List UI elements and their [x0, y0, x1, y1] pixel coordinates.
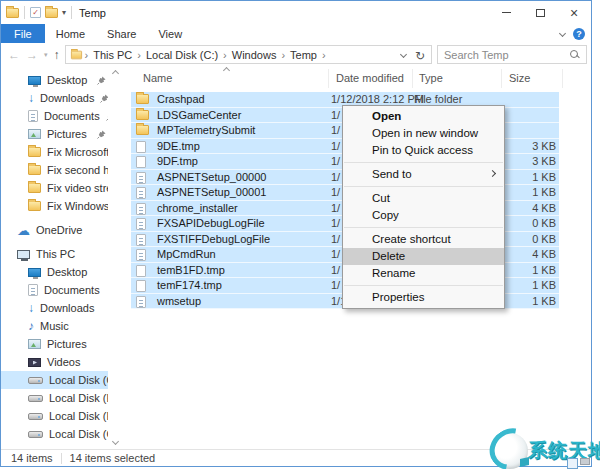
menu-item-send-to[interactable]: Send to — [343, 166, 504, 183]
menu-item-copy[interactable]: Copy — [343, 207, 504, 224]
sidebar-label: Videos — [47, 356, 80, 368]
divider — [71, 6, 72, 19]
sidebar-item-music[interactable]: Music — [1, 317, 108, 335]
file-name: wmsetup — [157, 295, 201, 307]
menu-item-delete[interactable]: Delete — [343, 248, 504, 265]
back-icon[interactable] — [8, 49, 20, 61]
sidebar-item-pictures[interactable]: Pictures — [1, 335, 108, 353]
breadcrumb-temp[interactable]: Temp — [287, 49, 320, 61]
search-input[interactable]: Search Temp — [437, 45, 587, 64]
address-folder-icon — [70, 50, 81, 59]
column-divider[interactable] — [328, 69, 329, 88]
file-name: ASPNETSetup_00000 — [157, 171, 266, 183]
chevron-right-icon — [135, 49, 143, 61]
sidebar-item-fix-microsoft[interactable]: Fix Microsoft Ho — [1, 143, 108, 161]
tab-home[interactable]: Home — [45, 24, 96, 43]
menu-item-open-in-new-window[interactable]: Open in new window — [343, 125, 504, 142]
expand-ribbon-icon[interactable] — [559, 30, 566, 37]
forward-icon[interactable] — [26, 49, 38, 61]
downloads-icon — [28, 302, 34, 314]
folder-icon — [136, 94, 149, 104]
sidebar-item-fix-second-hard[interactable]: Fix second hard — [1, 161, 108, 179]
column-divider[interactable] — [562, 69, 563, 88]
maximize-button[interactable] — [523, 1, 557, 24]
menu-item-open[interactable]: Open — [343, 108, 504, 125]
sidebar-item-downloads-pinned[interactable]: Downloads — [1, 89, 108, 107]
folder-icon — [28, 183, 41, 193]
menu-item-rename[interactable]: Rename — [343, 265, 504, 282]
sidebar-item-this-pc[interactable]: This PC — [1, 245, 108, 263]
column-header-name[interactable]: Name — [143, 72, 172, 84]
up-icon[interactable] — [54, 49, 60, 61]
sidebar-label: Fix second hard — [47, 164, 108, 176]
breadcrumb-local-disk-c[interactable]: Local Disk (C:) — [143, 49, 221, 61]
minimize-button[interactable] — [489, 1, 523, 24]
breadcrumb-windows[interactable]: Windows — [229, 49, 280, 61]
breadcrumb-this-pc[interactable]: This PC — [90, 49, 135, 61]
sidebar-item-desktop-pinned[interactable]: Desktop — [1, 71, 108, 89]
tab-view[interactable]: View — [147, 24, 193, 43]
properties-qat-icon[interactable] — [30, 7, 41, 18]
sidebar-label: Fix Microsoft Ho — [47, 146, 108, 158]
menu-item-properties[interactable]: Properties — [343, 289, 504, 306]
mini-app-icon — [567, 458, 578, 469]
sidebar-item-onedrive[interactable]: OneDrive — [1, 221, 108, 239]
items-count: 14 items — [1, 452, 53, 464]
folder-icon — [28, 201, 41, 211]
column-header-date-modified[interactable]: Date modified — [336, 72, 404, 84]
recent-locations-icon[interactable]: ▾ — [44, 51, 48, 59]
sidebar-item-local-disk-f[interactable]: Local Disk (F:) — [1, 407, 108, 425]
file-name: FXSAPIDebugLogFile — [157, 217, 265, 229]
column-divider[interactable] — [501, 69, 502, 88]
menu-item-create-shortcut[interactable]: Create shortcut — [343, 231, 504, 248]
menu-item-cut[interactable]: Cut — [343, 190, 504, 207]
tab-file[interactable]: File — [1, 24, 45, 43]
pictures-icon — [28, 339, 41, 349]
column-divider[interactable] — [412, 69, 413, 88]
chevron-right-icon — [320, 49, 328, 61]
sidebar-item-fix-video-stream[interactable]: Fix video stream — [1, 179, 108, 197]
new-folder-qat-icon[interactable] — [45, 8, 58, 18]
sidebar-label: Local Disk (E:) — [49, 392, 108, 404]
close-button[interactable] — [557, 1, 591, 24]
document-icon — [136, 187, 146, 199]
desktop-icon — [28, 268, 41, 277]
scroll-down-icon[interactable] — [111, 438, 118, 445]
sidebar-item-documents[interactable]: Documents — [1, 281, 108, 299]
sidebar-item-fix-windows-10[interactable]: Fix Windows 10 r — [1, 197, 108, 215]
menu-separator — [344, 285, 503, 286]
column-header-type[interactable]: Type — [419, 72, 443, 84]
file-name: ASPNETSetup_00001 — [157, 186, 266, 198]
breadcrumb: This PC Local Disk (C:) Windows Temp — [83, 49, 328, 61]
sidebar-item-pictures-pinned[interactable]: Pictures — [1, 125, 108, 143]
sidebar-label: Fix Windows 10 r — [47, 200, 108, 212]
document-icon — [136, 172, 146, 184]
file-date: 1/ — [331, 109, 340, 121]
pin-icon — [97, 76, 106, 85]
tab-share[interactable]: Share — [96, 24, 147, 43]
scroll-up-icon[interactable] — [111, 70, 118, 77]
document-icon — [136, 234, 146, 246]
document-icon — [136, 296, 146, 308]
file-date: 1/ — [331, 279, 340, 291]
this-pc-icon — [17, 250, 30, 259]
sidebar-item-local-disk-c[interactable]: Local Disk (C:) — [1, 371, 108, 389]
address-bar[interactable]: This PC Local Disk (C:) Windows Temp — [65, 45, 432, 64]
help-icon[interactable] — [573, 28, 585, 40]
explorer-window: ▾ Temp File Home Share View ▾ — [0, 0, 592, 467]
refresh-icon[interactable] — [415, 46, 425, 64]
onedrive-cloud-icon — [17, 224, 30, 237]
menu-item-pin-to-quick-access[interactable]: Pin to Quick access — [343, 142, 504, 159]
sidebar-scrollbar[interactable] — [109, 68, 121, 447]
sidebar-item-desktop[interactable]: Desktop — [1, 263, 108, 281]
file-name: 9DE.tmp — [157, 140, 200, 152]
sidebar-item-documents-pinned[interactable]: Documents — [1, 107, 108, 125]
sidebar-item-local-disk-g[interactable]: Local Disk (G:) — [1, 425, 108, 443]
column-header-size[interactable]: Size — [509, 72, 530, 84]
address-dropdown-icon[interactable] — [400, 51, 407, 58]
sidebar-item-downloads[interactable]: Downloads — [1, 299, 108, 317]
sidebar-item-local-disk-e[interactable]: Local Disk (E:) — [1, 389, 108, 407]
qat-dropdown-icon[interactable]: ▾ — [62, 8, 66, 17]
file-name: MPTelemetrySubmit — [157, 124, 255, 136]
sidebar-item-videos[interactable]: Videos — [1, 353, 108, 371]
